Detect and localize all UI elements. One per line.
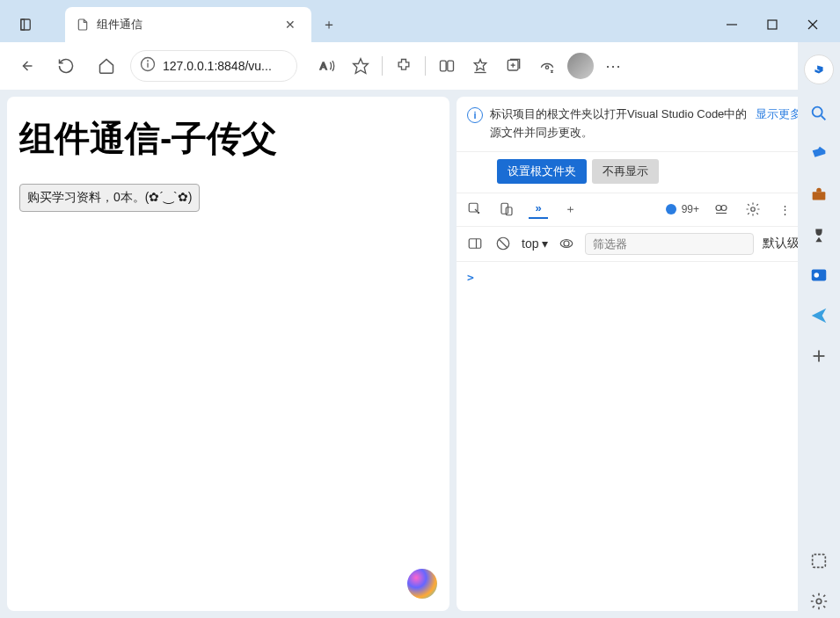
console-body[interactable]: > <box>457 262 835 611</box>
new-tab-button[interactable]: ＋ <box>311 7 347 42</box>
show-more-link[interactable]: 显示更多 <box>756 106 801 122</box>
more-icon[interactable]: ⋯ <box>598 50 630 82</box>
svg-rect-3 <box>768 20 777 29</box>
titlebar: 组件通信 ✕ ＋ <box>0 0 840 42</box>
maximize-button[interactable] <box>752 7 793 42</box>
tools-sidebar-icon[interactable] <box>802 178 836 211</box>
tab-title: 组件通信 <box>97 17 273 33</box>
outlook-sidebar-icon[interactable] <box>802 258 836 292</box>
svg-point-31 <box>564 241 569 246</box>
feedback-icon[interactable] <box>712 200 731 219</box>
brain-icon[interactable] <box>407 569 437 599</box>
address-bar[interactable]: 127.0.0.1:8848/vu... <box>130 50 297 82</box>
send-sidebar-icon[interactable] <box>802 299 836 332</box>
set-root-folder-button[interactable]: 设置根文件夹 <box>497 159 587 184</box>
tab-close-icon[interactable]: ✕ <box>280 14 301 35</box>
games-sidebar-icon[interactable] <box>802 218 836 251</box>
toolbar: 127.0.0.1:8848/vu... A ⋯ <box>0 42 840 90</box>
home-button[interactable] <box>90 49 123 83</box>
favorites-list-icon[interactable] <box>464 50 496 82</box>
svg-point-37 <box>814 273 820 278</box>
window-controls <box>712 7 833 42</box>
devtools-tabs: » ＋ 99+ ⋮ ✕ <box>457 193 835 227</box>
context-selector[interactable]: top ▾ <box>522 236 548 251</box>
issues-count: 99+ <box>682 203 699 215</box>
svg-point-19 <box>545 66 548 69</box>
tab-actions-icon[interactable] <box>7 7 44 42</box>
log-level-selector[interactable]: 默认级 <box>763 236 800 251</box>
separator <box>425 56 426 76</box>
add-sidebar-icon[interactable] <box>802 339 836 373</box>
tabs-overflow-icon[interactable]: » <box>529 200 548 219</box>
shopping-sidebar-icon[interactable] <box>802 137 836 171</box>
split-screen-icon[interactable] <box>431 50 463 82</box>
devtools-notice: i 标识项目的根文件夹以打开Visual Studio Code中的源文件并同步… <box>457 97 835 152</box>
devtools-panel: i 标识项目的根文件夹以打开Visual Studio Code中的源文件并同步… <box>457 97 835 611</box>
page-icon <box>76 18 90 32</box>
url-text: 127.0.0.1:8848/vu... <box>163 59 288 73</box>
page-viewport: 组件通信-子传父 购买学习资料，0本。(✿´‿`✿) <box>7 97 449 611</box>
svg-rect-12 <box>441 61 447 71</box>
chevron-down-icon: ▾ <box>542 236 548 251</box>
performance-icon[interactable] <box>531 50 563 82</box>
notice-buttons: 设置根文件夹 不再显示 <box>457 152 835 193</box>
svg-point-23 <box>716 206 721 211</box>
svg-rect-1 <box>21 19 25 30</box>
content-area: 组件通信-子传父 购买学习资料，0本。(✿´‿`✿) i 标识项目的根文件夹以打… <box>0 90 840 618</box>
svg-rect-40 <box>813 555 826 568</box>
bing-chat-icon[interactable] <box>804 55 834 84</box>
favorite-icon[interactable] <box>345 50 376 82</box>
inspect-icon[interactable] <box>465 200 485 219</box>
collections-icon[interactable] <box>498 50 530 82</box>
svg-point-41 <box>816 599 822 604</box>
buy-button[interactable]: 购买学习资料，0本。(✿´‿`✿) <box>19 184 200 212</box>
extensions-icon[interactable] <box>388 50 420 82</box>
toolbar-actions: A ⋯ <box>311 50 630 82</box>
issues-dot-icon <box>666 204 676 214</box>
svg-text:A: A <box>320 60 327 71</box>
screenshot-sidebar-icon[interactable] <box>802 544 836 578</box>
svg-rect-35 <box>813 192 826 200</box>
devtools-more-icon[interactable]: ⋮ <box>775 200 794 219</box>
site-info-icon[interactable] <box>140 56 156 76</box>
info-icon: i <box>467 107 483 123</box>
svg-rect-0 <box>21 19 31 30</box>
notice-text: 标识项目的根文件夹以打开Visual Studio Code中的源文件并同步更改… <box>490 105 749 142</box>
live-expression-icon[interactable] <box>557 234 576 253</box>
settings-sidebar-icon[interactable] <box>802 585 836 618</box>
svg-line-34 <box>822 116 826 120</box>
console-toolbar: top ▾ 默认级 <box>457 227 835 262</box>
browser-tab[interactable]: 组件通信 ✕ <box>65 7 311 42</box>
separator <box>382 56 383 76</box>
issues-badge[interactable]: 99+ <box>666 203 699 215</box>
minimize-button[interactable] <box>712 7 752 42</box>
dont-show-button[interactable]: 不再显示 <box>592 159 659 184</box>
filter-input[interactable] <box>585 233 754 255</box>
svg-rect-27 <box>469 239 481 249</box>
profile-avatar[interactable] <box>565 50 596 82</box>
edge-sidebar <box>798 42 840 618</box>
sidebar-toggle-icon[interactable] <box>465 234 485 253</box>
svg-line-30 <box>500 240 508 248</box>
svg-rect-13 <box>448 61 454 71</box>
read-aloud-icon[interactable]: A <box>311 50 343 82</box>
svg-marker-11 <box>354 59 369 74</box>
page-heading: 组件通信-子传父 <box>19 114 437 163</box>
console-prompt: > <box>467 271 474 284</box>
svg-rect-21 <box>501 203 508 214</box>
close-button[interactable] <box>793 7 833 42</box>
svg-point-33 <box>813 107 822 117</box>
svg-point-26 <box>751 207 756 212</box>
search-sidebar-icon[interactable] <box>802 97 836 130</box>
back-button[interactable] <box>9 49 42 83</box>
svg-point-24 <box>721 206 727 211</box>
clear-console-icon[interactable] <box>493 234 513 253</box>
svg-marker-14 <box>474 60 486 71</box>
settings-icon[interactable] <box>743 200 763 219</box>
device-toggle-icon[interactable] <box>497 200 516 219</box>
svg-point-9 <box>148 61 149 62</box>
new-tab-icon[interactable]: ＋ <box>560 200 580 219</box>
refresh-button[interactable] <box>49 49 83 83</box>
